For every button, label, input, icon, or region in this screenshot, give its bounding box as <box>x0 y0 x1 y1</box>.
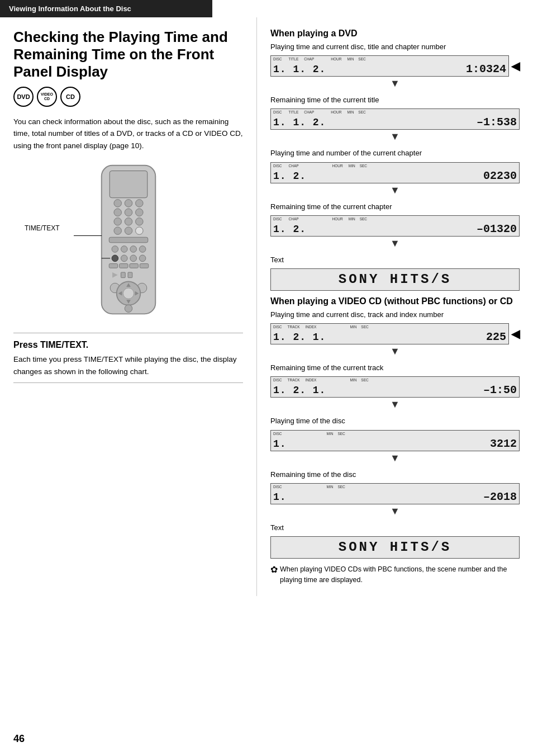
svg-point-10 <box>135 218 143 226</box>
tip-note: ✿ When playing VIDEO CDs with PBC functi… <box>270 564 520 585</box>
main-title: Checking the Playing Time and Remaining … <box>13 29 243 81</box>
page-number: 46 <box>13 733 25 745</box>
vcd-left-digits-4: 1. <box>273 492 287 503</box>
dvd-arrow-down-1: ▼ <box>270 78 520 89</box>
dvd-right-digits-3: 02230 <box>483 169 517 182</box>
title-badges: DVD VIDEOCD CD <box>13 87 243 107</box>
dvd-sony-display: SONY HITS/S <box>270 268 520 291</box>
dvd-lbl-hour: HOUR <box>331 57 341 61</box>
vcd-lbl1-min: MIN <box>350 325 356 329</box>
vcd-lbl4-disc: DISC <box>273 485 282 489</box>
dvd-left-digits-3: 1. 2. <box>273 171 306 182</box>
press-section-body: Each time you press TIME/TEXT while play… <box>13 353 243 377</box>
svg-point-5 <box>113 209 121 216</box>
left-column: Checking the Playing Time and Remaining … <box>0 17 257 596</box>
dvd-lbl4-disc: DISC <box>273 217 282 221</box>
svg-point-15 <box>112 246 118 253</box>
vcd-lcd-row-3: DISC MIN SEC 1. 3212 <box>270 430 520 451</box>
dvd-lbl2-disc: DISC <box>273 110 282 114</box>
svg-point-7 <box>135 209 143 216</box>
dvd-display-group-2: Remaining time of the current title DISC… <box>270 95 520 143</box>
dvd-arrow-down-2: ▼ <box>270 131 520 143</box>
vcd-display-group-2: Remaining time of the current track DISC… <box>270 363 520 410</box>
vcd-lbl3-min: MIN <box>327 432 334 436</box>
vcd-caption-5: Text <box>270 523 520 533</box>
dvd-caption-1: Playing time and current disc, title and… <box>270 42 520 52</box>
dvd-lbl2-min: MIN <box>347 110 354 114</box>
svg-rect-25 <box>129 264 137 268</box>
vcd-lbl4-sec: SEC <box>337 485 345 489</box>
vcd-lbl3-sec: SEC <box>337 432 345 436</box>
vcd-arrow-down-3: ▼ <box>270 452 520 464</box>
vcd-arrow-down-4: ▼ <box>270 505 520 517</box>
vcd-caption-4: Remaining time of the disc <box>270 470 520 480</box>
vcd-arrow-down-2: ▼ <box>270 399 520 410</box>
svg-point-8 <box>113 218 121 226</box>
dvd-left-digits-1: 1. 1. 2. <box>273 64 326 75</box>
dvd-caption-2: Remaining time of the current title <box>270 95 520 105</box>
dvd-caption-3: Playing time and number of the current c… <box>270 148 520 158</box>
remote-area: TIME/TEXT <box>13 163 243 319</box>
dvd-lcd-row-1: DISC TITLE CHAP HOUR MIN SEC 1. 1. 2. 1:… <box>270 55 520 77</box>
vcd-display-group-1: Playing time and current disc, track and… <box>270 310 520 357</box>
vcd-lcd-box-4: DISC MIN SEC 1. –2018 <box>270 483 520 504</box>
svg-point-9 <box>125 218 132 226</box>
svg-rect-26 <box>140 264 148 268</box>
dvd-lbl3-disc: DISC <box>273 164 282 168</box>
dvd-lcd-labels-4: DISC CHAP HOUR MIN SEC <box>273 217 367 221</box>
header-label: Viewing Information About the Disc <box>9 4 131 13</box>
time-text-label: TIME/TEXT <box>25 224 60 232</box>
dvd-lcd-row-3: DISC CHAP HOUR MIN SEC 1. 2. 02230 <box>270 162 520 183</box>
press-section-title: Press TIME/TEXT. <box>13 340 243 350</box>
svg-rect-23 <box>109 264 117 268</box>
svg-point-19 <box>112 255 118 262</box>
vcd-caption-1: Playing time and current disc, track and… <box>270 310 520 320</box>
header-bar: Viewing Information About the Disc <box>0 0 212 17</box>
svg-point-12 <box>125 227 132 235</box>
svg-point-18 <box>139 246 146 253</box>
dvd-lcd-labels-3: DISC CHAP HOUR MIN SEC <box>273 164 367 168</box>
vcd-lcd-box-1: DISC TRACK INDEX MIN SEC 1. 2. 1. 225 <box>270 323 509 344</box>
svg-point-4 <box>135 200 143 207</box>
dvd-right-digits-4: –01320 <box>477 223 517 235</box>
dvd-lbl-chap: CHAP <box>304 57 314 61</box>
press-section-divider-bottom <box>13 382 243 383</box>
dvd-left-digits-4: 1. 2. <box>273 224 306 235</box>
dvd-caption-5: Text <box>270 255 520 265</box>
dvd-lbl-disc: DISC <box>273 57 282 61</box>
vcd-lcd-box-2: DISC TRACK INDEX MIN SEC 1. 2. 1. –1:50 <box>270 376 520 398</box>
dvd-lbl3-sec: SEC <box>360 164 367 168</box>
vcd-left-digits-3: 1. <box>273 438 287 450</box>
svg-rect-29 <box>128 272 132 278</box>
dvd-lbl4-hour: HOUR <box>332 217 343 221</box>
svg-rect-24 <box>119 264 127 268</box>
dvd-lbl4-sec: SEC <box>360 217 367 221</box>
dvd-lbl2-title: TITLE <box>289 110 299 114</box>
dvd-lbl2-chap: CHAP <box>304 110 314 114</box>
vcd-sony-display: SONY HITS/S <box>270 536 520 559</box>
vcd-right-digits-2: –1:50 <box>483 384 517 396</box>
dvd-display-group-4: Remaining time of the current chapter DI… <box>270 202 520 249</box>
svg-rect-1 <box>110 171 147 198</box>
vcd-lcd-box-3: DISC MIN SEC 1. 3212 <box>270 430 520 451</box>
dvd-lcd-box-3: DISC CHAP HOUR MIN SEC 1. 2. 02230 <box>270 162 520 183</box>
dvd-lbl-title: TITLE <box>289 57 299 61</box>
svg-point-21 <box>130 255 136 262</box>
dvd-lbl3-hour: HOUR <box>332 164 343 168</box>
badge-videocd: VIDEOCD <box>37 87 57 107</box>
vcd-text-group: Text SONY HITS/S <box>270 523 520 559</box>
dvd-lbl4-chap: CHAP <box>289 217 299 221</box>
vcd-lbl1-sec: SEC <box>361 325 368 329</box>
vcd-lbl2-sec: SEC <box>361 378 368 382</box>
dvd-caption-4: Remaining time of the current chapter <box>270 202 520 212</box>
svg-point-22 <box>139 255 146 262</box>
badge-cd: CD <box>60 87 80 107</box>
dvd-right-digits-1: 1:0324 <box>466 63 506 75</box>
dvd-right-digits-2: –1:538 <box>477 116 517 129</box>
vcd-arrow-down-1: ▼ <box>270 346 520 357</box>
vcd-left-digits-2: 1. 2. 1. <box>273 385 326 396</box>
vcd-lbl4-min: MIN <box>327 485 334 489</box>
svg-point-6 <box>125 209 132 216</box>
vcd-right-digits-1: 225 <box>486 330 506 343</box>
vcd-lcd-row-1: DISC TRACK INDEX MIN SEC 1. 2. 1. 225 ◀ <box>270 323 520 344</box>
